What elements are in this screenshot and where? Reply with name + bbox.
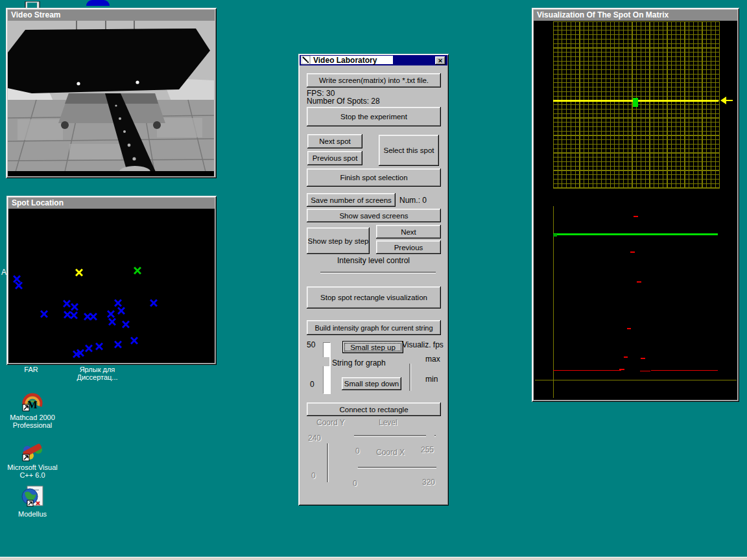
fps-max-label: max [425,355,440,364]
level-slider-track[interactable] [354,435,436,437]
matrix-visualization-area[interactable] [534,21,737,400]
spot-mark-yellow [75,268,83,276]
spot-location-titlebar[interactable]: Spot Location [8,198,215,209]
spot-mark-blue [63,299,71,307]
spot-mark-blue [122,320,130,328]
video-laboratory-titlebar[interactable]: Video Laboratory ✕ [300,55,447,65]
fps-min-label: min [425,375,438,384]
spot-mark-blue [114,299,122,307]
spot-mark-blue [150,299,158,307]
camera-scene [8,21,214,172]
blue-globe-icon[interactable] [86,0,110,6]
write-matrix-button[interactable]: Write screen(matrix) into *.txt file. [307,73,441,88]
intensity-mark [634,216,638,217]
intensity-mark [640,371,650,371]
icon-label-line2: Диссертац... [70,373,124,381]
spot-mark-blue [108,318,116,325]
connect-to-rectangle-button[interactable]: Connect to rectangle [307,402,441,416]
desktop: { "desktop": { "bg_color": "#008080", "p… [0,0,747,560]
spot-mark-blue [130,336,138,344]
pen-line-icon [302,56,311,65]
small-step-up-button[interactable]: Small step up [342,341,403,353]
monitor-icon[interactable] [25,0,40,8]
close-button[interactable]: ✕ [435,56,445,65]
intensity-mark [651,370,718,371]
spot-mark-blue [15,281,23,289]
desktop-icon-far[interactable]: FAR [12,366,51,373]
spot-area[interactable] [8,209,215,363]
coord-y-min-label: 0 [311,471,316,480]
partial-icon-label: A [1,268,6,277]
intensity-profile [534,21,737,400]
spot-mark-blue [117,307,125,314]
spot-mark-blue [95,342,103,350]
icon-label-line2: Professional [5,421,60,429]
previous-spot-button[interactable]: Previous spot [307,151,362,165]
desktop-icon-modellus[interactable]: Modellus [8,485,57,518]
coord-y-max-label: 240 [308,434,321,443]
string-slider-max-label: 50 [307,340,315,349]
next-button[interactable]: Next [376,225,441,239]
video-stream-feed [8,21,214,172]
modellus-icon [21,485,44,508]
visual-cpp-icon [21,442,43,461]
desktop-icon-dissert[interactable]: Ярлык для Диссертац... [70,366,124,381]
small-step-down-button[interactable]: Small step down [342,377,401,390]
video-stream-status-strip [8,171,214,176]
build-intensity-graph-button[interactable]: Build intensity graph for current string [307,320,441,335]
coord-x-slider-thumb[interactable] [350,460,358,474]
coord-x-max-label: 320 [422,478,435,487]
spot-location-window: Spot Location [6,196,217,365]
dialog-title: Video Laboratory [313,56,377,65]
icon-label-line1: Mathcad 2000 [5,414,60,421]
string-slider-thumb[interactable] [318,357,329,366]
stop-rectangle-visualization-button[interactable]: Stop spot rectangle visualization [307,286,441,309]
spot-mark-blue [73,350,80,358]
next-spot-button[interactable]: Next spot [307,134,362,148]
show-saved-screens-button[interactable]: Show saved screens [307,209,441,222]
num-spots-label: Number Of Spots: 28 [307,97,380,106]
icon-label-line1: Microsoft Visual [5,463,60,471]
coord-y-slider-track[interactable] [327,443,329,482]
intensity-mark [619,369,624,370]
fps-slider-thumb[interactable] [404,354,417,364]
intensity-mark [624,356,628,358]
intensity-mark [627,328,631,329]
video-stream-window: Video Stream [6,8,217,178]
spot-mark-blue [114,340,122,348]
save-number-screens-button[interactable]: Save number of screens [307,193,396,207]
visualization-window: Visualization Of The Spot On Matrix [532,8,739,402]
mathcad-icon: M [21,390,43,412]
string-slider-channel[interactable] [323,342,331,394]
visualization-titlebar[interactable]: Visualization Of The Spot On Matrix [534,10,737,21]
visualiz-fps-label: Visualiz. fps [402,340,444,349]
desktop-icon-mathcad[interactable]: M Mathcad 2000 Professional [5,390,60,429]
video-stream-titlebar[interactable]: Video Stream [8,10,215,21]
coord-y-slider-thumb[interactable] [322,434,333,443]
stop-experiment-button[interactable]: Stop the experiment [307,107,441,126]
video-laboratory-dialog: Video Laboratory ✕ Write screen(matrix) … [298,54,449,506]
coord-x-min-label: 0 [353,479,357,488]
intensity-slider-thumb[interactable] [313,266,320,279]
previous-button[interactable]: Previous [376,240,441,254]
level-slider-thumb[interactable] [426,429,434,443]
icon-label-line2: C++ 6.0 [5,471,60,479]
desktop-icon-msvc[interactable]: Microsoft Visual C++ 6.0 [5,442,60,479]
level-label: Level [379,418,397,427]
intensity-level-label: Intensity level control [298,256,449,265]
spot-mark-blue [85,344,93,352]
coord-x-slider-track[interactable] [354,467,436,469]
finish-spot-selection-button[interactable]: Finish spot selection [307,169,441,187]
intensity-slider-track[interactable] [313,272,436,274]
select-this-spot-button[interactable]: Select this spot [379,135,439,166]
spot-mark-blue [70,311,78,319]
spot-mark-blue [71,303,78,310]
spot-mark-blue [107,310,115,318]
string-slider-min-label: 0 [310,380,314,389]
taskbar-edge[interactable] [0,557,747,560]
coord-x-label: Coord X [376,448,405,457]
show-step-by-step-button[interactable]: Show step by step [307,228,370,254]
spot-mark-blue [89,312,97,320]
icon-label-line1: Ярлык для [70,366,124,373]
icon-label: Modellus [8,510,57,518]
